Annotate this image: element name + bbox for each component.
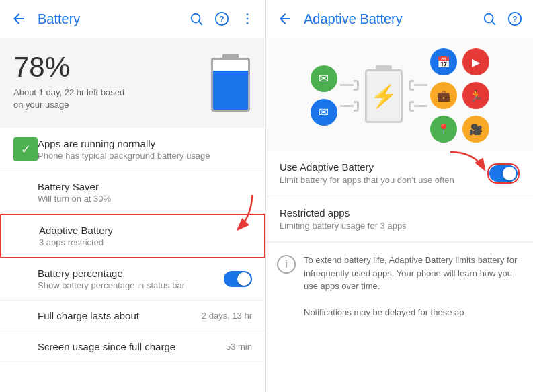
battery-saver-subtitle: Will turn on at 30% bbox=[38, 194, 252, 204]
screen-usage-text: Screen usage since full charge bbox=[38, 341, 220, 352]
full-charge-title: Full charge lasts about bbox=[38, 310, 196, 321]
app-circle-map: 📍 bbox=[430, 116, 457, 143]
app-circle-blue-mail: ✉ bbox=[311, 99, 337, 126]
apps-running-subtitle: Phone has typical background battery usa… bbox=[38, 151, 252, 161]
use-adaptive-toggle[interactable] bbox=[489, 165, 518, 182]
full-charge-item[interactable]: Full charge lasts about 2 days, 13 hr bbox=[0, 301, 265, 331]
right-back-button[interactable] bbox=[277, 11, 293, 27]
full-charge-value: 2 days, 13 hr bbox=[202, 311, 252, 321]
battery-percentage-title: Battery percentage bbox=[38, 268, 224, 279]
more-button[interactable] bbox=[240, 11, 255, 26]
app-circle-play: ▶ bbox=[462, 48, 489, 75]
battery-percentage-item[interactable]: Battery percentage Show battery percenta… bbox=[0, 258, 265, 301]
adaptive-battery-text: Adaptive Battery 3 apps restricted bbox=[39, 225, 251, 247]
full-charge-text: Full charge lasts about bbox=[38, 310, 196, 321]
screen-usage-item[interactable]: Screen usage since full charge 53 min bbox=[0, 331, 265, 362]
screen-usage-value: 53 min bbox=[226, 342, 252, 352]
left-header-title: Battery bbox=[38, 11, 189, 27]
adaptive-battery-subtitle: 3 apps restricted bbox=[39, 237, 251, 247]
back-button[interactable] bbox=[11, 11, 27, 27]
apps-running-item[interactable]: ✓ Apps are running normally Phone has ty… bbox=[0, 128, 265, 171]
check-icon: ✓ bbox=[13, 137, 38, 161]
battery-summary: 78% About 1 day, 22 hr left based on you… bbox=[0, 38, 265, 128]
adaptive-battery-item[interactable]: Adaptive Battery 3 apps restricted bbox=[0, 214, 265, 258]
info-icon: i bbox=[277, 255, 296, 274]
svg-point-4 bbox=[247, 13, 249, 15]
svg-line-1 bbox=[199, 22, 202, 24]
right-panel: Adaptive Battery ? ✉ bbox=[266, 0, 533, 392]
info-section: i To extend battery life, Adaptive Batte… bbox=[266, 242, 533, 330]
battery-subtext: About 1 day, 22 hr left based on your us… bbox=[13, 87, 134, 111]
svg-line-9 bbox=[492, 22, 495, 24]
battery-body bbox=[211, 58, 250, 112]
battery-text: 78% About 1 day, 22 hr left based on you… bbox=[13, 52, 134, 112]
app-circle-run: 🏃 bbox=[462, 82, 489, 109]
app-circle-video: 🎥 bbox=[462, 116, 489, 143]
svg-text:?: ? bbox=[219, 15, 224, 24]
battery-saver-item[interactable]: Battery Saver Will turn on at 30% bbox=[0, 171, 265, 214]
restricted-apps-item[interactable]: Restricted apps Limiting battery usage f… bbox=[266, 196, 533, 242]
svg-point-6 bbox=[247, 22, 249, 24]
right-help-button[interactable]: ? bbox=[507, 11, 522, 26]
battery-saver-title: Battery Saver bbox=[38, 181, 252, 192]
battery-fill bbox=[213, 71, 248, 110]
screen-usage-title: Screen usage since full charge bbox=[38, 341, 220, 352]
illustration: ✉ ✉ ⚡ bbox=[266, 38, 533, 151]
app-circle-green-mail: ✉ bbox=[311, 65, 337, 92]
left-header: Battery ? bbox=[0, 0, 265, 38]
app-circle-calendar: 📅 bbox=[430, 48, 457, 75]
left-settings-list: ✓ Apps are running normally Phone has ty… bbox=[0, 128, 265, 392]
battery-icon bbox=[209, 51, 252, 112]
use-adaptive-battery-item[interactable]: Use Adaptive Battery Limit battery for a… bbox=[266, 151, 533, 196]
adaptive-battery-title: Adaptive Battery bbox=[39, 225, 251, 236]
search-button[interactable] bbox=[189, 11, 204, 26]
battery-percentage-toggle[interactable] bbox=[224, 271, 252, 287]
app-circle-work: 💼 bbox=[430, 82, 457, 109]
battery-percentage-subtitle: Show battery percentage in status bar bbox=[38, 280, 224, 290]
right-header: Adaptive Battery ? bbox=[266, 0, 533, 38]
left-panel: Battery ? bbox=[0, 0, 266, 392]
help-button[interactable]: ? bbox=[214, 11, 229, 26]
info-text: To extend battery life, Adaptive Battery… bbox=[304, 253, 522, 319]
svg-point-5 bbox=[247, 18, 249, 20]
restricted-apps-text: Restricted apps Limiting battery usage f… bbox=[280, 207, 520, 231]
apps-running-icon: ✓ bbox=[13, 137, 38, 161]
restricted-apps-subtitle: Limiting battery usage for 3 apps bbox=[280, 221, 520, 231]
svg-text:?: ? bbox=[512, 15, 517, 24]
right-settings: Use Adaptive Battery Limit battery for a… bbox=[266, 151, 533, 392]
battery-percentage-text: Battery percentage Show battery percenta… bbox=[38, 268, 224, 290]
restricted-apps-title: Restricted apps bbox=[280, 207, 520, 219]
apps-running-text: Apps are running normally Phone has typi… bbox=[38, 138, 252, 161]
red-arrow-indicator bbox=[232, 192, 265, 232]
apps-running-title: Apps are running normally bbox=[38, 138, 252, 149]
right-search-button[interactable] bbox=[482, 11, 497, 26]
center-battery: ⚡ bbox=[362, 65, 406, 126]
right-header-icons: ? bbox=[482, 11, 522, 26]
battery-saver-text: Battery Saver Will turn on at 30% bbox=[38, 181, 252, 204]
battery-percent: 78% bbox=[13, 52, 134, 83]
adaptive-toggle-container bbox=[487, 163, 520, 184]
right-header-title: Adaptive Battery bbox=[304, 11, 482, 27]
left-header-icons: ? bbox=[189, 11, 255, 26]
